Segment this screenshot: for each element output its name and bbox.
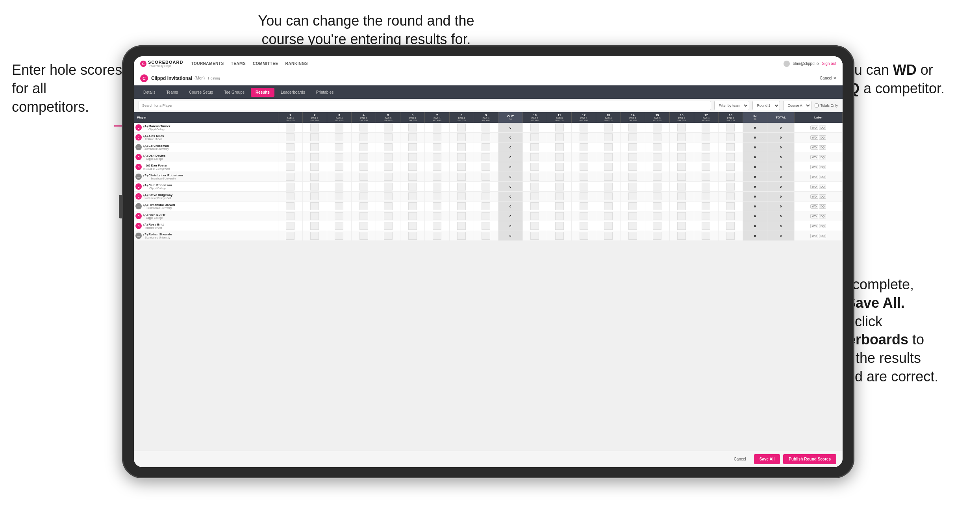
hole-10-score[interactable]	[522, 231, 547, 241]
hole-5-score[interactable]	[376, 202, 400, 211]
hole-8-score[interactable]	[449, 162, 474, 172]
hole-3-score[interactable]	[327, 182, 351, 192]
hole-9-score[interactable]	[474, 152, 498, 162]
wd-button[interactable]: WD	[810, 145, 818, 150]
hole-5-score[interactable]	[376, 152, 400, 162]
course-select[interactable]: Course A	[783, 101, 811, 110]
hole-17-score[interactable]	[694, 162, 718, 172]
hole-8-score[interactable]	[449, 202, 474, 211]
hole-4-score[interactable]	[352, 162, 376, 172]
hole-14-score[interactable]	[621, 231, 645, 241]
wd-button[interactable]: WD	[810, 234, 818, 238]
hole-12-score[interactable]	[572, 162, 596, 172]
publish-button[interactable]: Publish Round Scores	[783, 454, 836, 464]
hole-3-score[interactable]	[327, 133, 351, 142]
dq-button[interactable]: DQ	[819, 214, 826, 218]
hole-1-score[interactable]	[278, 162, 302, 172]
hole-5-score[interactable]	[376, 211, 400, 221]
hole-11-score[interactable]	[547, 202, 572, 211]
hole-17-score[interactable]	[694, 231, 718, 241]
hole-15-score[interactable]	[645, 152, 669, 162]
hole-15-score[interactable]	[645, 133, 669, 142]
hole-1-score[interactable]	[278, 142, 302, 152]
hole-3-score[interactable]	[327, 202, 351, 211]
hole-14-score[interactable]	[621, 162, 645, 172]
hole-13-score[interactable]	[596, 211, 621, 221]
hole-9-score[interactable]	[474, 123, 498, 133]
dq-button[interactable]: DQ	[819, 234, 826, 238]
hole-18-score[interactable]	[718, 221, 743, 231]
tab-tee-groups[interactable]: Tee Groups	[219, 88, 249, 97]
hole-1-score[interactable]	[278, 123, 302, 133]
hole-2-score[interactable]	[302, 231, 327, 241]
hole-6-score[interactable]	[400, 142, 425, 152]
filter-team-select[interactable]: Filter by team	[714, 101, 749, 110]
dq-button[interactable]: DQ	[819, 165, 826, 169]
tab-results[interactable]: Results	[251, 88, 274, 97]
hole-6-score[interactable]	[400, 152, 425, 162]
hole-9-score[interactable]	[474, 172, 498, 182]
hole-8-score[interactable]	[449, 133, 474, 142]
hole-14-score[interactable]	[621, 133, 645, 142]
hole-17-score[interactable]	[694, 142, 718, 152]
hole-15-score[interactable]	[645, 231, 669, 241]
hole-8-score[interactable]	[449, 231, 474, 241]
hole-2-score[interactable]	[302, 123, 327, 133]
hole-10-score[interactable]	[522, 182, 547, 192]
hole-5-score[interactable]	[376, 172, 400, 182]
dq-button[interactable]: DQ	[819, 126, 826, 130]
hole-18-score[interactable]	[718, 152, 743, 162]
hole-8-score[interactable]	[449, 123, 474, 133]
hole-8-score[interactable]	[449, 142, 474, 152]
hole-11-score[interactable]	[547, 182, 572, 192]
hole-13-score[interactable]	[596, 152, 621, 162]
hole-9-score[interactable]	[474, 231, 498, 241]
hole-10-score[interactable]	[522, 211, 547, 221]
hole-11-score[interactable]	[547, 221, 572, 231]
hole-14-score[interactable]	[621, 182, 645, 192]
hole-6-score[interactable]	[400, 211, 425, 221]
hole-4-score[interactable]	[352, 202, 376, 211]
hole-4-score[interactable]	[352, 152, 376, 162]
hole-14-score[interactable]	[621, 172, 645, 182]
tab-course-setup[interactable]: Course Setup	[184, 88, 218, 97]
hole-6-score[interactable]	[400, 192, 425, 202]
hole-5-score[interactable]	[376, 142, 400, 152]
hole-16-score[interactable]	[669, 231, 694, 241]
hole-12-score[interactable]	[572, 221, 596, 231]
hole-1-score[interactable]	[278, 231, 302, 241]
wd-button[interactable]: WD	[810, 194, 818, 199]
wd-button[interactable]: WD	[810, 204, 818, 209]
hole-7-score[interactable]	[425, 202, 449, 211]
wd-button[interactable]: WD	[810, 214, 818, 218]
hole-2-score[interactable]	[302, 172, 327, 182]
totals-only[interactable]: Totals Only	[815, 104, 838, 107]
hole-10-score[interactable]	[522, 202, 547, 211]
hole-4-score[interactable]	[352, 133, 376, 142]
hole-7-score[interactable]	[425, 221, 449, 231]
hole-12-score[interactable]	[572, 211, 596, 221]
nav-tournaments[interactable]: TOURNAMENTS	[191, 61, 224, 66]
hole-7-score[interactable]	[425, 133, 449, 142]
hole-5-score[interactable]	[376, 231, 400, 241]
hole-15-score[interactable]	[645, 192, 669, 202]
hole-15-score[interactable]	[645, 182, 669, 192]
hole-5-score[interactable]	[376, 221, 400, 231]
tab-teams[interactable]: Teams	[162, 88, 183, 97]
hole-8-score[interactable]	[449, 172, 474, 182]
hole-18-score[interactable]	[718, 162, 743, 172]
hole-3-score[interactable]	[327, 162, 351, 172]
hole-11-score[interactable]	[547, 172, 572, 182]
hole-5-score[interactable]	[376, 162, 400, 172]
hole-16-score[interactable]	[669, 221, 694, 231]
hole-9-score[interactable]	[474, 133, 498, 142]
hole-6-score[interactable]	[400, 172, 425, 182]
hole-17-score[interactable]	[694, 202, 718, 211]
hole-8-score[interactable]	[449, 182, 474, 192]
cancel-button[interactable]: Cancel ✕	[820, 76, 836, 80]
hole-13-score[interactable]	[596, 133, 621, 142]
hole-16-score[interactable]	[669, 211, 694, 221]
wd-button[interactable]: WD	[810, 224, 818, 228]
hole-8-score[interactable]	[449, 221, 474, 231]
hole-9-score[interactable]	[474, 221, 498, 231]
